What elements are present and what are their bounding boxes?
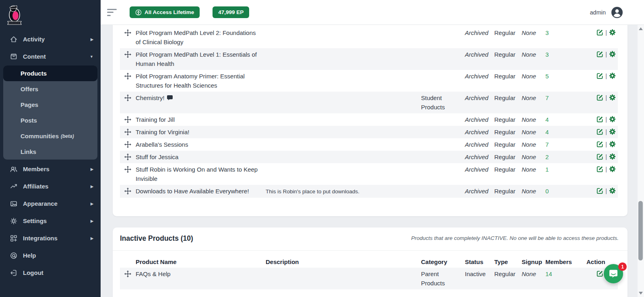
settings-gear-icon[interactable] [609,153,616,160]
product-status: Archived [465,50,494,59]
product-description [266,115,421,115]
move-icon [124,51,131,58]
product-members-count[interactable]: 7 [545,93,584,102]
sidebar-item-links[interactable]: Links [3,144,97,160]
product-members-count[interactable]: 7 [545,140,584,149]
product-members-count[interactable]: 14 [545,269,584,279]
edit-icon[interactable] [597,51,603,57]
product-name-cell: Downloads to Have Available Everywhere! [136,186,266,196]
settings-gear-icon[interactable] [609,94,616,101]
settings-gear-icon[interactable] [609,51,616,57]
product-members-count[interactable]: 3 [545,50,584,59]
product-actions: | [584,93,618,102]
product-description [266,93,421,94]
move-icon [124,270,131,277]
logout-icon [10,269,18,277]
drag-handle[interactable] [120,50,136,58]
settings-gear-icon[interactable] [609,166,616,172]
sidebar-item-products[interactable]: Products [3,66,97,81]
settings-gear-icon[interactable] [609,141,616,147]
product-type: Regular [494,165,522,174]
product-type: Regular [494,93,522,102]
edit-icon[interactable] [597,270,603,277]
product-members-count[interactable]: 0 [545,186,584,196]
drag-handle[interactable] [120,186,136,195]
settings-gear-icon[interactable] [609,116,616,123]
drag-handle[interactable] [120,72,136,80]
home-icon [10,35,18,43]
drag-handle[interactable] [120,269,136,277]
drag-handle[interactable] [120,127,136,135]
product-actions: | [584,50,618,58]
sidebar-item-integrations[interactable]: Integrations ▶ [0,229,101,247]
drag-handle[interactable] [120,28,136,36]
action-separator: | [605,29,607,37]
column-header-product-name: Product Name [136,257,266,266]
drag-handle[interactable] [120,115,136,123]
scroll-down-arrow[interactable] [639,292,643,295]
settings-gear-icon[interactable] [609,29,616,36]
edit-icon[interactable] [597,94,603,101]
scroll-up-arrow[interactable] [639,27,643,30]
sidebar-toggle-button[interactable] [107,9,118,16]
drag-handle[interactable] [120,152,136,160]
sidebar-item-label: Help [23,252,36,259]
sidebar-item-help[interactable]: Help [0,247,101,264]
sidebar-item-offers[interactable]: Offers [3,81,97,97]
edit-icon[interactable] [597,153,603,160]
ep-points-badge[interactable]: 47,999 EP [213,6,249,18]
product-members-count[interactable]: 1 [545,165,584,174]
sidebar-item-label: Activity [23,36,45,43]
column-header-description: Description [266,257,421,266]
move-icon [124,188,131,195]
avatar[interactable] [611,6,623,18]
settings-gear-icon[interactable] [609,72,616,79]
move-icon [124,94,131,101]
product-type: Regular [494,28,522,37]
help-icon [10,252,18,260]
drag-handle[interactable] [120,93,136,101]
brand-logo[interactable] [0,0,101,31]
product-members-count[interactable]: 5 [545,72,584,81]
sidebar-item-posts[interactable]: Posts [3,113,97,128]
product-members-count[interactable]: 4 [545,115,584,124]
product-members-count[interactable]: 2 [545,152,584,162]
edit-icon[interactable] [597,29,603,36]
product-signup: None [522,269,545,279]
scrollbar-thumb[interactable] [638,201,643,260]
product-members-count[interactable]: 4 [545,127,584,137]
product-type: Regular [494,140,522,149]
move-icon [124,141,131,148]
drag-handle[interactable] [120,140,136,148]
sidebar-item-affiliates[interactable]: Affiliates ▶ [0,178,101,195]
settings-gear-icon[interactable] [609,187,616,194]
edit-icon[interactable] [597,128,603,135]
sidebar-item-communities[interactable]: Communities(beta) [3,128,97,144]
edit-icon[interactable] [597,187,603,194]
product-name: Stuff for Jessica [136,154,178,160]
sidebar-item-appearance[interactable]: Appearance ▶ [0,195,101,212]
sidebar-item-settings[interactable]: Settings ▶ [0,212,101,229]
product-status: Archived [465,186,494,196]
chevron-right-icon: ▶ [91,167,93,171]
edit-icon[interactable] [597,72,603,79]
sidebar-item-pages[interactable]: Pages [3,97,97,113]
settings-gear-icon[interactable] [609,128,616,135]
product-type: Regular [494,127,522,137]
product-actions: | [584,28,618,37]
archived-products-card: Pilot Program MedPath Level 2: Foundatio… [113,25,627,216]
product-members-count[interactable]: 3 [545,28,584,37]
drag-handle[interactable] [120,165,136,173]
edit-icon[interactable] [597,166,603,172]
table-row: Training for Virginia! Archived Regular … [120,126,618,138]
edit-icon[interactable] [597,141,603,147]
product-actions: | [584,152,618,161]
sidebar-item-activity[interactable]: Activity ▶ [0,31,101,48]
all-access-badge[interactable]: All Access Lifetime [130,6,200,18]
product-description: This is Robin's place to put downloads. [266,186,421,196]
sidebar-item-content[interactable]: Content ▼ [0,48,101,65]
sidebar-item-members[interactable]: Members ▶ [0,160,101,178]
sidebar-item-logout[interactable]: Logout [0,264,101,281]
edit-icon[interactable] [597,116,603,123]
vertical-scrollbar[interactable] [638,25,644,297]
